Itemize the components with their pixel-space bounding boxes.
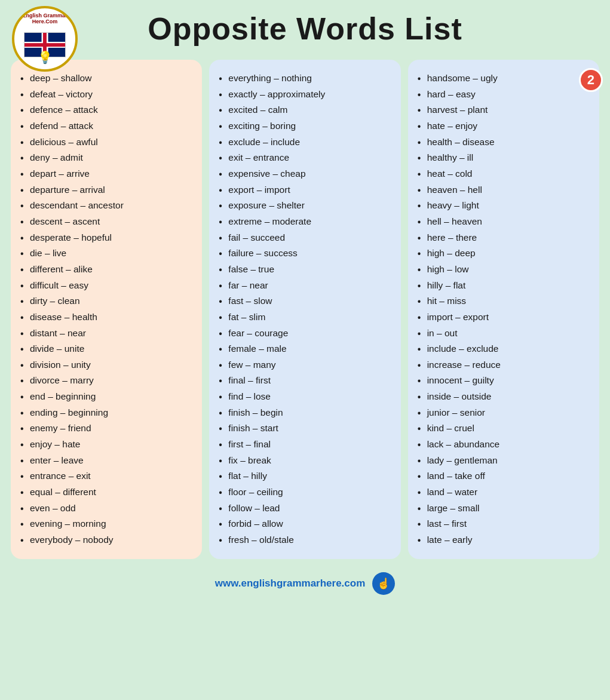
list-item: few – many [219,357,391,373]
list-item: even – odd [20,501,192,517]
list-item: high – deep [418,245,590,262]
list-item: false – true [219,262,391,278]
list-item: disease – health [20,309,192,326]
list-item: desperate – hopeful [20,230,192,246]
list-item: descent – ascent [20,214,192,230]
list-item: first – final [219,437,391,453]
footer: www.englishgrammarhere.com ☝ [0,566,610,601]
list-item: harvest – plant [418,102,590,118]
list-item: end – beginning [20,389,192,405]
list-item: handsome – ugly [418,70,590,87]
list-item: hell – heaven [418,214,590,230]
column-1: deep – shallowdefeat – victorydefence – … [11,60,202,559]
list-item: floor – ceiling [219,484,391,501]
list-item: everything – nothing [219,70,391,87]
list-item: depart – arrive [20,166,192,182]
list-item: enter – leave [20,453,192,469]
list-item: forbid – allow [219,516,391,532]
list-item: divorce – marry [20,373,192,389]
list-item: health – disease [418,134,590,151]
logo: English Grammar Here.Com 💡 [12,6,78,72]
list-item: departure – arrival [20,182,192,198]
word-list-2: everything – nothingexactly – approximat… [219,70,391,548]
list-item: different – alike [20,262,192,278]
list-item: healthy – ill [418,150,590,166]
list-item: hilly – flat [418,278,590,294]
list-item: ending – beginning [20,405,192,421]
list-item: heat – cold [418,166,590,182]
list-item: land – water [418,484,590,501]
list-item: division – unity [20,357,192,373]
list-item: enemy – friend [20,420,192,437]
list-item: defend – attack [20,118,192,134]
list-item: include – exclude [418,341,590,357]
list-item: exactly – approximately [219,87,391,103]
list-item: heavy – light [418,198,590,214]
logo-lightbulb-icon: 💡 [38,50,53,65]
list-item: lack – abundance [418,437,590,453]
list-item: kind – cruel [418,420,590,437]
list-item: fast – slow [219,293,391,309]
list-item: dirty – clean [20,293,192,309]
list-item: entrance – exit [20,468,192,484]
list-item: late – early [418,532,590,548]
list-item: flat – hilly [219,468,391,484]
list-item: deep – shallow [20,70,192,87]
column-3: 2 handsome – uglyhard – easyharvest – pl… [408,60,599,559]
list-item: import – export [418,309,590,326]
list-item: final – first [219,373,391,389]
list-item: hard – easy [418,87,590,103]
list-item: defence – attack [20,102,192,118]
list-item: defeat – victory [20,87,192,103]
word-list-1: deep – shallowdefeat – victorydefence – … [20,70,192,548]
list-item: difficult – easy [20,278,192,294]
list-item: fresh – old/stale [219,532,391,548]
list-item: equal – different [20,484,192,501]
list-item: heaven – hell [418,182,590,198]
list-item: extreme – moderate [219,214,391,230]
list-item: female – male [219,341,391,357]
list-item: land – take off [418,468,590,484]
list-item: finish – begin [219,405,391,421]
list-item: failure – success [219,245,391,262]
list-item: find – lose [219,389,391,405]
list-item: junior – senior [418,405,590,421]
list-item: exposure – shelter [219,198,391,214]
list-item: evening – morning [20,516,192,532]
list-item: exit – entrance [219,150,391,166]
content-area: deep – shallowdefeat – victorydefence – … [0,53,610,566]
list-item: everybody – nobody [20,532,192,548]
header: English Grammar Here.Com 💡 Opposite Word… [0,0,610,53]
list-item: divide – unite [20,341,192,357]
list-item: last – first [418,516,590,532]
column-2: everything – nothingexactly – approximat… [209,60,400,559]
list-item: high – low [418,262,590,278]
list-item: exciting – boring [219,118,391,134]
word-list-3: handsome – uglyhard – easyharvest – plan… [418,70,590,548]
list-item: delicious – awful [20,134,192,151]
footer-url: www.englishgrammarhere.com [215,578,366,590]
list-item: distant – near [20,326,192,342]
cursor-icon: ☝ [372,572,395,595]
page-title: Opposite Words List [148,11,462,47]
list-item: inside – outside [418,389,590,405]
list-item: follow – lead [219,501,391,517]
list-item: fail – succeed [219,230,391,246]
list-item: exclude – include [219,134,391,151]
list-item: fix – break [219,453,391,469]
list-item: increase – reduce [418,357,590,373]
list-item: deny – admit [20,150,192,166]
list-item: in – out [418,326,590,342]
list-item: hate – enjoy [418,118,590,134]
list-item: excited – calm [219,102,391,118]
list-item: finish – start [219,420,391,437]
list-item: innocent – guilty [418,373,590,389]
list-item: export – import [219,182,391,198]
list-item: fear – courage [219,326,391,342]
list-item: fat – slim [219,309,391,326]
list-item: far – near [219,278,391,294]
logo-text: English Grammar Here.Com [14,13,75,25]
list-item: lady – gentleman [418,453,590,469]
list-item: die – live [20,245,192,262]
list-item: here – there [418,230,590,246]
